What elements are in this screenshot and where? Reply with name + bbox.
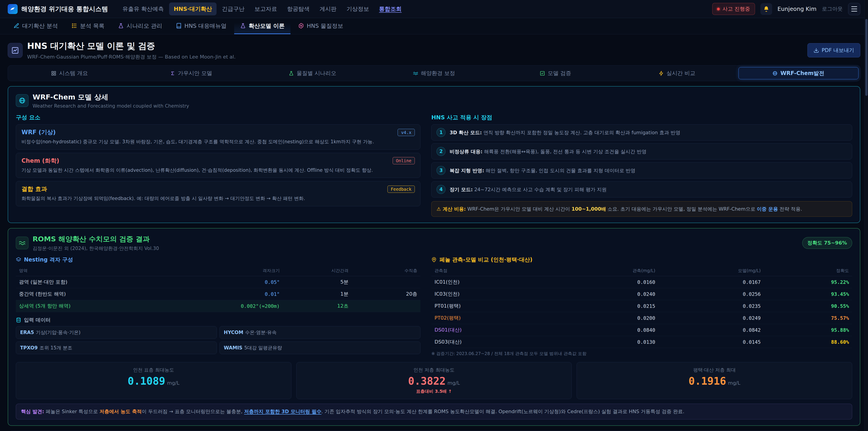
input-chip-hycom: HYCOM수온·염분·유속: [219, 326, 421, 339]
accuracy-badge: 정확도 75~96%: [802, 237, 852, 249]
roms-validation-section: ROMS 해양확산 수치모의 검증 결과 김정운·이문진 외 (2024), 한…: [8, 228, 860, 426]
globe-icon: [16, 94, 29, 107]
page-header: HNS 대기확산 모델 이론 및 검증 WRF-Chem·Gaussian Pl…: [8, 40, 860, 60]
component-title: Chem (화학): [22, 157, 59, 165]
wing-icon: [8, 4, 18, 14]
table-row: PT01(평택) 0.0215 0.0235 90.55%: [431, 300, 852, 312]
tab-wrfchem-advanced[interactable]: WRF-Chem발전: [739, 67, 859, 79]
component-title: 결합 효과: [22, 185, 47, 193]
validation-note: ※ 검증기간: 2023.06.27~28 / 전체 18개 관측점 모두 모델…: [431, 351, 852, 357]
mode-badge: Online: [393, 157, 415, 164]
warning-icon: ⚠: [436, 206, 441, 212]
tab-system-overview[interactable]: 시스템 개요: [9, 67, 129, 79]
section-tabbar: 시스템 개요 가우시안 모델 물질별 시나리오 해양환경 보정 모델 검증 실시…: [8, 65, 860, 81]
scrollbar: [864, 0, 868, 431]
flask-icon: [289, 71, 294, 76]
layers-icon: [16, 257, 21, 263]
component-card-coupling: 결합 효과 Feedback 화학물질의 복사 효과가 기상장에 되먹임(fee…: [16, 181, 421, 206]
component-card-wrf: WRF (기상) v4.x 비정수압(non-hydrostatic) 중규모 …: [16, 124, 421, 150]
globe-icon: [772, 71, 778, 76]
input-chip-tpxo9: TPXO9조위 15개 분조: [16, 341, 217, 354]
component-description: 화학물질의 복사 효과가 기상장에 되먹임(feedback). 예: 대량의 …: [22, 195, 415, 202]
nav-item-rescue[interactable]: 긴급구난: [217, 2, 249, 16]
nav-item-oil-spill[interactable]: 유출유 확산예측: [118, 2, 168, 16]
nesting-grid-table: 영역 격자크기 시간간격 수직층 광역 (일본·대만 포함) 0.05° 5분 …: [16, 266, 421, 312]
list-icon: [71, 23, 77, 29]
table-row-highlighted: 상세역 (5개 항만 해역) 0.002°(≈200m) 12초: [16, 300, 421, 312]
scrollbar-thumb[interactable]: [865, 19, 868, 96]
book-icon: [176, 23, 182, 29]
sigma-icon: [170, 71, 175, 76]
sub-navigation: 대기확산 분석 분석 목록 시나리오 관리 HNS 대응매뉴얼 확산모델 이론 …: [0, 18, 868, 34]
input-chip-era5: ERA5기상(기압·풍속·기온): [16, 326, 217, 339]
table-row: IC01(인천) 0.0160 0.0167 95.22%: [431, 276, 852, 288]
bell-icon: [763, 6, 770, 12]
incident-label: 사고 진행중: [722, 5, 750, 12]
incident-status-badge[interactable]: 사고 진행중: [712, 3, 755, 15]
advantage-item: 3 복잡 지형 반영: 해안 절벽, 항만 구조물, 인접 도시의 건물 효과를…: [431, 162, 852, 179]
table-row: DS01(대산) 0.0840 0.0842 95.88%: [431, 324, 852, 336]
app-logo[interactable]: 해양환경 위기대응 통합시스템: [8, 4, 108, 14]
tab-gaussian-model[interactable]: 가우시안 모델: [131, 67, 251, 79]
wave-icon: [16, 237, 29, 249]
incident-dot-icon: [717, 8, 720, 10]
step-number: 3: [436, 166, 445, 175]
comparison-heading: 페놀 관측-모델 비교 (인천·평택·대산): [439, 256, 532, 263]
pencil-icon: [13, 23, 20, 29]
logout-button[interactable]: 로그아웃: [822, 5, 843, 12]
tab-model-validation[interactable]: 모델 검증: [495, 67, 616, 79]
grid-icon: [51, 71, 56, 76]
component-title: WRF (기상): [22, 128, 56, 136]
component-card-chem: Chem (화학) Online 기상 모델과 동일한 시간 스텝에서 화학종의…: [16, 153, 421, 178]
flask-icon: [118, 23, 124, 29]
component-description: 기상 모델과 동일한 시간 스텝에서 화학종의 이류(advection), 난…: [22, 166, 415, 174]
page-title: HNS 대기확산 모델 이론 및 검증: [27, 40, 236, 52]
version-badge: v4.x: [398, 129, 415, 136]
subnav-item-hns-substance-info[interactable]: HNS 물질정보: [292, 18, 349, 34]
roms-section-title: ROMS 해양확산 수치모의 검증 결과: [33, 235, 159, 244]
table-row: 중간역 (한반도 해역) 0.01° 1분 20층: [16, 288, 421, 300]
top-navigation: 해양환경 위기대응 통합시스템 유출유 확산예측 HNS·대기확산 긴급구난 보…: [0, 0, 868, 18]
nav-item-hns-air[interactable]: HNS·대기확산: [169, 2, 216, 16]
wave-icon: [413, 71, 418, 76]
roms-section-subtitle: 김정운·이문진 외 (2024), 한국해양환경·안전학회지 Vol.30: [33, 245, 159, 251]
menu-button[interactable]: [848, 3, 860, 15]
nav-item-integrated-search[interactable]: 통합조회: [375, 2, 406, 16]
inputs-heading: 입력 데이터: [24, 317, 51, 324]
tab-marine-correction[interactable]: 해양환경 보정: [374, 67, 494, 79]
download-icon: [813, 48, 819, 53]
input-data-chips: ERA5기상(기압·풍속·기온) HYCOM수온·염분·유속 TPXO9조위 1…: [16, 326, 421, 354]
stat-card-pt-ds-max: 평택·대산 저층 최대 0.1916mg/L: [577, 362, 852, 399]
advantages-heading: HNS 사고 적용 시 장점: [431, 114, 852, 121]
molecule-icon: [298, 23, 304, 29]
subnav-item-air-analysis[interactable]: 대기확산 분석: [8, 18, 64, 34]
database-icon: [16, 317, 21, 323]
pdf-export-button[interactable]: PDF 내보내기: [807, 43, 860, 57]
flask-icon: [240, 23, 246, 29]
key-finding-callout: 핵심 발견: 페놀은 Sinker 특성으로 저층에서 농도 축적이 두드러짐 …: [16, 404, 852, 419]
observation-model-table: 관측점 관측(mg/L) 모델(mg/L) 정확도 IC01(인천) 0.016…: [431, 266, 852, 348]
wrfchem-section-subtitle: Weather Research and Forecasting model c…: [33, 103, 189, 109]
tab-realtime-comparison[interactable]: 실시간 비교: [617, 67, 737, 79]
nav-item-reports[interactable]: 보고자료: [250, 2, 282, 16]
feedback-badge: Feedback: [388, 186, 415, 193]
table-row: DS03(대산) 0.0130 0.0145 88.60%: [431, 336, 852, 348]
step-number: 1: [436, 128, 445, 137]
notification-bell-button[interactable]: [761, 3, 772, 15]
tab-substance-scenarios[interactable]: 물질별 시나리오: [252, 67, 373, 79]
check-square-icon: [540, 71, 545, 76]
subnav-item-hns-manual[interactable]: HNS 대응매뉴얼: [170, 18, 232, 34]
nav-item-board[interactable]: 게시판: [315, 2, 341, 16]
step-number: 2: [436, 147, 445, 156]
wrfchem-section-title: WRF-Chem 모델 상세: [33, 92, 189, 102]
nav-item-weather[interactable]: 기상정보: [342, 2, 374, 16]
input-chip-wamis: WAMIS5대강 일평균유량: [219, 341, 421, 354]
subnav-item-analysis-list[interactable]: 분석 목록: [66, 18, 110, 34]
subnav-item-model-theory[interactable]: 확산모델 이론: [234, 18, 290, 34]
nav-item-aerial-search[interactable]: 항공탐색: [283, 2, 314, 16]
stat-card-surface-max: 인천 표층 최대농도 0.1089mg/L: [16, 362, 291, 399]
nesting-heading: Nesting 격자 구성: [24, 256, 73, 263]
subnav-item-scenario-management[interactable]: 시나리오 관리: [112, 18, 168, 34]
bolt-icon: [659, 71, 664, 76]
advantage-item: 4 장기 모드: 24~72시간 예측으로 사고 수습 계획 및 장기 피해 평…: [431, 181, 852, 197]
